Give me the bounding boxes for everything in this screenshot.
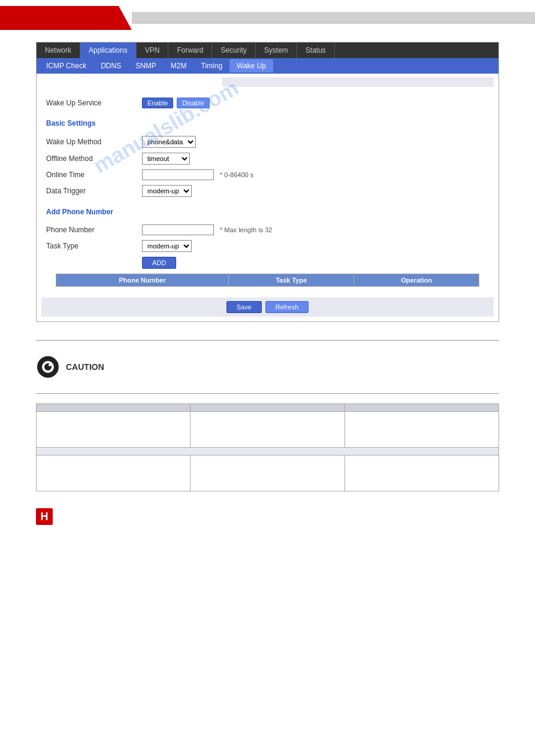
caution-eye-icon xyxy=(36,355,60,379)
basic-settings-section: Wake Up Method phone&data phone data Off… xyxy=(37,129,498,204)
tab-icmp-check[interactable]: ICMP Check xyxy=(39,59,93,72)
online-time-input[interactable] xyxy=(142,169,214,180)
task-type-control: modem-up ppp-up xyxy=(142,240,192,252)
task-type-row: Task Type modem-up ppp-up xyxy=(46,238,489,254)
offline-method-control: timeout manual xyxy=(142,153,190,165)
task-type-label: Task Type xyxy=(46,242,142,250)
col-operation: Operation xyxy=(354,274,479,287)
table-section-cell xyxy=(37,448,499,456)
caution-area: CAUTION xyxy=(36,350,499,384)
online-time-label: Online Time xyxy=(46,171,142,179)
progress-bar xyxy=(41,77,222,87)
tab-snmp[interactable]: SNMP xyxy=(128,59,164,72)
tab-network[interactable]: Network xyxy=(37,42,80,58)
header-gray-bar xyxy=(132,12,535,24)
wake-up-method-label: Wake Up Method xyxy=(46,138,142,146)
tab-security[interactable]: Security xyxy=(212,42,255,58)
main-content: manualslib.com Network Applications VPN … xyxy=(0,42,535,530)
divider-top xyxy=(36,340,499,341)
wake-up-method-row: Wake Up Method phone&data phone data xyxy=(46,133,489,150)
table-row xyxy=(37,456,499,491)
wake-up-method-select[interactable]: phone&data phone data xyxy=(142,136,196,148)
online-time-row: Online Time * 0-86400 s xyxy=(46,167,489,183)
phone-number-input[interactable] xyxy=(142,224,214,235)
table-cell xyxy=(191,412,344,448)
tab-m2m[interactable]: M2M xyxy=(164,59,194,72)
phone-number-row: Phone Number * Max length is 32 xyxy=(46,222,489,238)
logo-letter: H xyxy=(36,508,53,525)
progress-area xyxy=(41,77,494,87)
wake-up-service-section: Wake Up Service Enable Disable xyxy=(37,90,498,116)
table-row xyxy=(37,412,499,448)
add-phone-heading: Add Phone Number xyxy=(37,204,498,217)
table-cell xyxy=(344,412,498,448)
header-red-bar xyxy=(0,6,132,30)
col-phone-number: Phone Number xyxy=(56,274,229,287)
nav-top: Network Applications VPN Forward Securit… xyxy=(37,42,498,58)
tab-ddns[interactable]: DDNS xyxy=(93,59,128,72)
phone-number-control: * Max length is 32 xyxy=(142,224,272,235)
table-cell xyxy=(37,412,191,448)
data-col-1 xyxy=(37,404,191,412)
top-header xyxy=(0,0,535,36)
col-task-type: Task Type xyxy=(229,274,354,287)
task-type-select[interactable]: modem-up ppp-up xyxy=(142,240,192,252)
bottom-logo: H xyxy=(36,503,499,530)
data-trigger-row: Data Trigger modem-up ppp-up manual xyxy=(46,183,489,199)
add-phone-section: Phone Number * Max length is 32 Task Typ… xyxy=(37,217,498,295)
phone-number-hint: * Max length is 32 xyxy=(220,226,272,233)
basic-settings-heading: Basic Settings xyxy=(37,116,498,129)
table-section-row xyxy=(37,448,499,456)
tab-timing[interactable]: Timing xyxy=(194,59,230,72)
table-cell xyxy=(37,456,191,491)
refresh-button[interactable]: Refresh xyxy=(265,301,309,313)
add-button[interactable]: ADD xyxy=(142,257,176,269)
divider-bottom xyxy=(36,393,499,394)
online-time-hint: * 0-86400 s xyxy=(220,171,253,178)
wake-up-method-control: phone&data phone data xyxy=(142,136,196,148)
tab-forward[interactable]: Forward xyxy=(168,42,212,58)
tab-vpn[interactable]: VPN xyxy=(137,42,169,58)
tab-status[interactable]: Status xyxy=(297,42,335,58)
data-table xyxy=(36,403,499,491)
add-button-container: ADD xyxy=(46,257,489,269)
data-col-3 xyxy=(344,404,498,412)
tab-applications[interactable]: Applications xyxy=(80,42,137,58)
data-trigger-control: modem-up ppp-up manual xyxy=(142,185,192,197)
wake-up-service-label: Wake Up Service xyxy=(46,99,142,107)
online-time-control: * 0-86400 s xyxy=(142,169,253,180)
offline-method-row: Offline Method timeout manual xyxy=(46,150,489,167)
save-button[interactable]: Save xyxy=(226,301,262,313)
phone-table: Phone Number Task Type Operation xyxy=(56,274,479,287)
phone-number-label: Phone Number xyxy=(46,226,142,234)
enable-button[interactable]: Enable xyxy=(142,98,173,108)
router-panel: manualslib.com Network Applications VPN … xyxy=(36,42,499,322)
action-bar: Save Refresh xyxy=(41,297,494,317)
data-trigger-select[interactable]: modem-up ppp-up manual xyxy=(142,185,192,197)
data-col-2 xyxy=(191,404,344,412)
table-cell xyxy=(191,456,344,491)
offline-method-select[interactable]: timeout manual xyxy=(142,153,190,165)
disable-button[interactable]: Disable xyxy=(177,98,210,108)
offline-method-label: Offline Method xyxy=(46,154,142,163)
tab-system[interactable]: System xyxy=(256,42,297,58)
wake-up-service-controls: Enable Disable xyxy=(142,98,210,108)
tab-wake-up[interactable]: Wake Up xyxy=(229,59,273,72)
nav-second: ICMP Check DDNS SNMP M2M Timing Wake Up xyxy=(37,58,498,74)
wake-up-service-row: Wake Up Service Enable Disable xyxy=(46,95,489,111)
caution-label: CAUTION xyxy=(66,362,104,372)
table-cell xyxy=(344,456,498,491)
svg-point-3 xyxy=(49,364,51,366)
data-trigger-label: Data Trigger xyxy=(46,187,142,195)
